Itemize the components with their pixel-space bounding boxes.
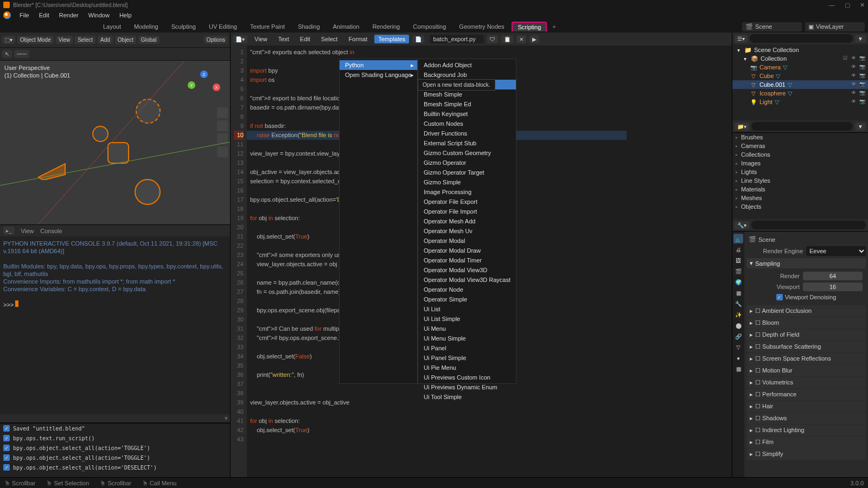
template-gizmo-operator-target[interactable]: Gizmo Operator Target xyxy=(418,168,516,177)
mode-dropdown[interactable]: Object Mode xyxy=(17,36,54,44)
te-menu-templates[interactable]: Templates xyxy=(374,35,409,43)
template-operator-mesh-uv[interactable]: Operator Mesh Uv xyxy=(418,226,516,236)
te-menu-select[interactable]: Select xyxy=(317,35,342,43)
panel-shadows[interactable]: ▸ ☐ Shadows xyxy=(746,413,866,424)
render-engine-dropdown[interactable]: Eevee xyxy=(806,246,866,256)
properties-search[interactable] xyxy=(751,221,866,229)
tab-shading[interactable]: Shading xyxy=(292,22,325,31)
view-menu[interactable]: View xyxy=(56,36,73,44)
unlink-button[interactable]: ✕ xyxy=(516,35,526,43)
info-resize-handle[interactable]: ▾ xyxy=(0,414,230,423)
template-gizmo-operator[interactable]: Gizmo Operator xyxy=(418,158,516,168)
tab-uv-editing[interactable]: UV Editing xyxy=(203,22,242,31)
data-tab-icon[interactable]: ▽ xyxy=(733,342,743,352)
template-ui-previews-dynamic-enum[interactable]: Ui Previews Dynamic Enum xyxy=(418,382,516,392)
select-mode-icons[interactable]: ▫▫▫▫▫ xyxy=(14,50,29,58)
asset-meshes[interactable]: ▸Meshes xyxy=(732,194,868,202)
world-tab-icon[interactable]: 🌍 xyxy=(733,277,743,287)
templates-submenu[interactable]: Python▸Open Shading Language▸ xyxy=(339,59,418,384)
particles-tab-icon[interactable]: ✨ xyxy=(733,310,743,319)
viewport-samples-field[interactable]: 16 xyxy=(803,282,863,291)
menu-help[interactable]: Help xyxy=(115,11,136,20)
collection-row[interactable]: ▾📦Collection ☑👁📷 xyxy=(732,54,868,63)
template-operator-modal[interactable]: Operator Modal xyxy=(418,236,516,246)
tab-layout[interactable]: Layout xyxy=(98,22,126,31)
template-ui-pie-menu[interactable]: Ui Pie Menu xyxy=(418,363,516,373)
physics-tab-icon[interactable]: ⬤ xyxy=(733,320,743,330)
panel-bloom[interactable]: ▸ ☐ Bloom xyxy=(746,317,866,329)
template-custom-nodes[interactable]: Custom Nodes xyxy=(418,119,516,129)
template-operator-modal-view3d[interactable]: Operator Modal View3D xyxy=(418,265,516,275)
render-samples-field[interactable]: 64 xyxy=(803,272,863,280)
template-external-script-stub[interactable]: External Script Stub xyxy=(418,138,516,148)
output-tab-icon[interactable]: 🖨 xyxy=(733,245,743,254)
panel-simplify[interactable]: ▸ ☐ Simplify xyxy=(746,448,866,460)
console-editor-type[interactable]: ▸_ xyxy=(3,227,15,235)
template-gizmo-custom-geometry[interactable]: Gizmo Custom Geometry xyxy=(418,148,516,158)
console-view-menu[interactable]: View xyxy=(21,228,34,234)
te-menu-view[interactable]: View xyxy=(251,35,271,43)
text-editor-body[interactable]: 1234567891011121314151617181920212223242… xyxy=(231,46,732,478)
menu-render[interactable]: Render xyxy=(55,11,83,20)
text-datablock-icon[interactable]: 📄 xyxy=(412,35,424,43)
viewlayer-tab-icon[interactable]: 🖼 xyxy=(733,255,743,265)
close-button[interactable]: ✕ xyxy=(860,2,865,9)
tab-animation[interactable]: Animation xyxy=(328,22,365,31)
template-addon-add-object[interactable]: Addon Add Object xyxy=(418,60,516,70)
template-operator-file-export[interactable]: Operator File Export xyxy=(418,197,516,207)
menu-edit[interactable]: Edit xyxy=(35,11,54,20)
scene-dropdown[interactable]: 🎬 Scene xyxy=(742,22,802,31)
asset-cameras[interactable]: ▸Cameras xyxy=(732,142,868,150)
template-image-processing[interactable]: Image Processing xyxy=(418,187,516,197)
asset-images[interactable]: ▸Images xyxy=(732,159,868,168)
maximize-button[interactable]: ▢ xyxy=(845,2,850,9)
outliner-light[interactable]: 💡 Light ▽ 👁📷 xyxy=(732,98,868,106)
asset-brushes[interactable]: ▸Brushes xyxy=(732,133,868,142)
template-operator-modal-draw[interactable]: Operator Modal Draw xyxy=(418,246,516,255)
outliner-search[interactable] xyxy=(750,34,853,43)
outliner[interactable]: ▾📁Scene Collection ▾📦Collection ☑👁📷 📷 Ca… xyxy=(732,44,868,120)
minimize-button[interactable]: — xyxy=(829,2,835,9)
viewlayer-dropdown[interactable]: ▣ ViewLayer xyxy=(805,22,865,31)
panel-motion-blur[interactable]: ▸ ☐ Motion Blur xyxy=(746,365,866,376)
template-ui-menu[interactable]: Ui Menu xyxy=(418,324,516,333)
panel-screen-space-reflections[interactable]: ▸ ☐ Screen Space Reflections xyxy=(746,353,866,364)
template-operator-node[interactable]: Operator Node xyxy=(418,285,516,294)
asset-collections[interactable]: ▸Collections xyxy=(732,150,868,159)
template-operator-modal-timer[interactable]: Operator Modal Timer xyxy=(418,255,516,265)
template-driver-functions[interactable]: Driver Functions xyxy=(418,129,516,138)
shield-icon[interactable]: 🛡 xyxy=(487,35,498,43)
outliner-type[interactable]: ☰▾ xyxy=(735,35,748,43)
te-menu-edit[interactable]: Edit xyxy=(296,35,314,43)
editor-type-button[interactable]: ⬚▾ xyxy=(2,36,15,44)
te-menu-text[interactable]: Text xyxy=(275,35,293,43)
viewport-denoising-checkbox[interactable]: ✓Viewport Denoising xyxy=(750,292,863,302)
template-ui-menu-simple[interactable]: Ui Menu Simple xyxy=(418,333,516,343)
select-menu[interactable]: Select xyxy=(75,36,95,44)
assets-type[interactable]: 📁▾ xyxy=(735,123,749,131)
template-open-shading-language[interactable]: Open Shading Language▸ xyxy=(340,70,417,80)
text-editor-type[interactable]: 📄▾ xyxy=(233,35,247,43)
assets-filter[interactable]: ▼ xyxy=(855,123,866,131)
tab-texture-paint[interactable]: Texture Paint xyxy=(245,22,290,31)
outliner-cube.001[interactable]: ▽ Cube.001 ▽ 👁📷 xyxy=(732,80,868,89)
template-ui-tool-simple[interactable]: Ui Tool Simple xyxy=(418,392,516,402)
asset-line-styles[interactable]: ▸Line Styles xyxy=(732,176,868,185)
outliner-icosphere[interactable]: ▽ Icosphere ▽ 👁📷 xyxy=(732,89,868,98)
template-ui-panel-simple[interactable]: Ui Panel Simple xyxy=(418,353,516,363)
console-console-menu[interactable]: Console xyxy=(40,228,62,234)
tab-rendering[interactable]: Rendering xyxy=(367,22,405,31)
te-menu-format[interactable]: Format xyxy=(344,35,371,43)
options-dropdown[interactable]: Options xyxy=(204,36,228,44)
material-tab-icon[interactable]: ● xyxy=(733,353,743,363)
template-operator-file-import[interactable]: Operator File Import xyxy=(418,207,516,216)
filter-icon[interactable]: ▼ xyxy=(855,35,866,43)
template-ui-list[interactable]: Ui List xyxy=(418,304,516,314)
new-text-button[interactable]: 📋 xyxy=(501,35,513,43)
panel-ambient-occlusion[interactable]: ▸ ☐ Ambient Occlusion xyxy=(746,305,866,317)
tool-cursor[interactable]: ↖ xyxy=(2,50,12,58)
tab-compositing[interactable]: Compositing xyxy=(407,22,451,31)
tab-scripting[interactable]: Scripting xyxy=(512,22,547,31)
template-ui-list-simple[interactable]: Ui List Simple xyxy=(418,314,516,324)
python-console[interactable]: PYTHON INTERACTIVE CONSOLE 3.9.7 (defaul… xyxy=(0,236,230,414)
